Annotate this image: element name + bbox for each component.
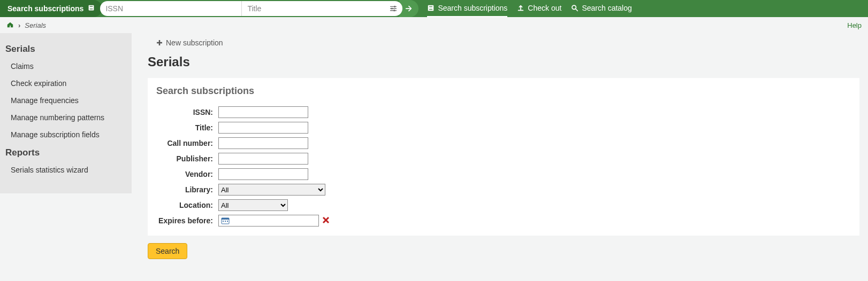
search-icon (571, 4, 578, 12)
close-icon (322, 216, 330, 224)
input-expires[interactable] (218, 215, 319, 227)
nav-label: Search catalog (582, 4, 631, 12)
label-library: Library: (156, 185, 218, 194)
sidebar-item-manage-numbering[interactable]: Manage numbering patterns (0, 109, 132, 126)
svg-rect-4 (390, 8, 397, 9)
row-issn: ISSN: (156, 106, 851, 118)
svg-rect-16 (225, 221, 226, 222)
svg-point-7 (391, 7, 393, 9)
nav-label: Search subscriptions (438, 4, 507, 12)
svg-point-6 (394, 6, 395, 7)
input-title[interactable] (218, 122, 308, 134)
svg-rect-3 (390, 6, 397, 7)
home-icon[interactable] (6, 21, 14, 30)
new-subscription-label: New subscription (166, 38, 223, 47)
svg-rect-14 (222, 218, 229, 220)
svg-point-8 (394, 10, 395, 11)
svg-rect-15 (223, 221, 224, 222)
top-nav: Search subscriptions Check out Search ca… (427, 0, 631, 17)
search-scope-pill[interactable]: Search subscriptions (0, 0, 102, 17)
select-library[interactable]: All (218, 184, 325, 196)
search-scope-label: Search subscriptions (7, 4, 83, 13)
sidebar-item-claims[interactable]: Claims (0, 58, 132, 75)
svg-rect-0 (89, 5, 94, 11)
book-icon (88, 4, 95, 13)
sliders-icon[interactable] (390, 5, 397, 12)
svg-rect-1 (90, 6, 93, 7)
row-publisher: Publisher: (156, 153, 851, 165)
label-vendor: Vendor: (156, 170, 218, 178)
nav-search-catalog[interactable]: Search catalog (571, 0, 631, 17)
search-panel: Search subscriptions ISSN: Title: Call n… (148, 78, 859, 236)
sidebar-item-check-expiration[interactable]: Check expiration (0, 75, 132, 92)
sidebar-list-reports: Serials statistics wizard (0, 161, 132, 178)
search-button[interactable]: Search (148, 243, 187, 259)
svg-rect-9 (428, 5, 434, 11)
chevron-right-icon: › (18, 21, 20, 29)
clear-date-button[interactable] (322, 216, 331, 225)
sidebar-item-manage-frequencies[interactable]: Manage frequencies (0, 92, 132, 109)
breadcrumb-current: Serials (25, 21, 46, 29)
sidebar-item-manage-sub-fields[interactable]: Manage subscription fields (0, 126, 132, 143)
label-expires: Expires before: (156, 216, 218, 225)
arrow-right-icon (405, 5, 413, 12)
svg-rect-2 (90, 9, 93, 9)
page-title: Serials (148, 54, 859, 69)
row-title: Title: (156, 122, 851, 134)
input-vendor[interactable] (218, 168, 308, 180)
nav-search-subscriptions[interactable]: Search subscriptions (427, 0, 507, 17)
select-location[interactable]: All (218, 199, 288, 211)
label-callnumber: Call number: (156, 139, 218, 147)
label-publisher: Publisher: (156, 154, 218, 163)
row-library: Library: All (156, 184, 851, 196)
input-publisher[interactable] (218, 153, 308, 165)
top-search-form (100, 1, 402, 16)
sidebar: Serials Claims Check expiration Manage f… (0, 33, 132, 193)
svg-rect-10 (429, 6, 432, 7)
row-expires: Expires before: (156, 215, 851, 227)
label-issn: ISSN: (156, 108, 218, 116)
breadcrumb-row: › Serials Help (0, 17, 868, 33)
sidebar-item-stats-wizard[interactable]: Serials statistics wizard (0, 161, 132, 178)
help-link[interactable]: Help (847, 21, 862, 29)
row-vendor: Vendor: (156, 168, 851, 180)
top-bar: Search subscriptions Search subscript (0, 0, 868, 17)
nav-check-out[interactable]: Check out (517, 0, 561, 17)
content: New subscription Serials Search subscrip… (148, 33, 868, 259)
svg-rect-5 (390, 10, 397, 11)
top-issn-input[interactable] (100, 1, 242, 16)
row-location: Location: All (156, 199, 851, 211)
calendar-icon (221, 217, 230, 224)
input-callnumber[interactable] (218, 137, 308, 149)
nav-label: Check out (528, 4, 561, 12)
input-issn[interactable] (218, 106, 308, 118)
top-title-input[interactable] (242, 1, 402, 16)
label-location: Location: (156, 201, 218, 209)
svg-rect-17 (227, 221, 228, 222)
row-callnumber: Call number: (156, 137, 851, 149)
new-subscription-button[interactable]: New subscription (148, 33, 232, 50)
main-layout: Serials Claims Check expiration Manage f… (0, 33, 868, 259)
sidebar-list-serials: Claims Check expiration Manage frequenci… (0, 58, 132, 143)
sidebar-heading-serials: Serials (5, 44, 126, 54)
book-icon (427, 4, 435, 12)
label-title: Title: (156, 123, 218, 132)
panel-heading: Search subscriptions (156, 85, 851, 97)
breadcrumb: › Serials (6, 21, 46, 30)
top-title-wrap (242, 1, 402, 16)
upload-icon (517, 4, 524, 12)
sidebar-heading-reports: Reports (5, 147, 126, 158)
plus-icon (156, 40, 163, 46)
svg-rect-11 (429, 9, 432, 10)
